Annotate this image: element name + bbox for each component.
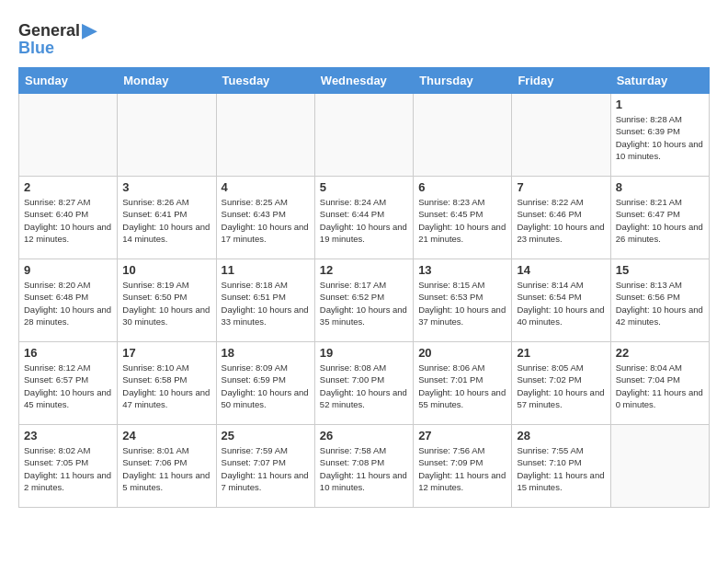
day-info: Sunrise: 8:23 AM Sunset: 6:45 PM Dayligh…: [418, 196, 506, 245]
calendar-table: SundayMondayTuesdayWednesdayThursdayFrid…: [18, 67, 710, 508]
logo-bird-icon: ▶︎: [82, 18, 97, 42]
logo: General ▶︎ Blue: [18, 18, 97, 58]
calendar-cell: 27Sunrise: 7:56 AM Sunset: 7:09 PM Dayli…: [414, 425, 512, 508]
day-info: Sunrise: 8:28 AM Sunset: 6:39 PM Dayligh…: [616, 113, 704, 162]
calendar-cell: [314, 94, 413, 177]
calendar-cell: 10Sunrise: 8:19 AM Sunset: 6:50 PM Dayli…: [118, 259, 216, 342]
day-info: Sunrise: 8:22 AM Sunset: 6:46 PM Dayligh…: [517, 196, 605, 245]
day-info: Sunrise: 8:09 AM Sunset: 6:59 PM Dayligh…: [222, 362, 310, 410]
day-number: 12: [320, 263, 408, 277]
weekday-header-friday: Friday: [512, 68, 610, 94]
day-info: Sunrise: 8:02 AM Sunset: 7:05 PM Dayligh…: [24, 444, 112, 493]
weekday-header-thursday: Thursday: [414, 68, 512, 94]
day-number: 14: [517, 263, 605, 277]
calendar-cell: 8Sunrise: 8:21 AM Sunset: 6:47 PM Daylig…: [610, 177, 709, 259]
calendar-cell: [19, 94, 118, 177]
day-info: Sunrise: 8:08 AM Sunset: 7:00 PM Dayligh…: [320, 362, 408, 410]
calendar-cell: 2Sunrise: 8:27 AM Sunset: 6:40 PM Daylig…: [19, 177, 118, 259]
calendar-cell: 9Sunrise: 8:20 AM Sunset: 6:48 PM Daylig…: [19, 259, 118, 342]
calendar-cell: 22Sunrise: 8:04 AM Sunset: 7:04 PM Dayli…: [610, 342, 709, 425]
day-info: Sunrise: 8:18 AM Sunset: 6:51 PM Dayligh…: [222, 279, 310, 327]
day-number: 20: [418, 346, 506, 360]
day-info: Sunrise: 8:12 AM Sunset: 6:57 PM Dayligh…: [24, 362, 112, 410]
day-number: 10: [122, 263, 210, 277]
calendar-cell: 5Sunrise: 8:24 AM Sunset: 6:44 PM Daylig…: [314, 177, 413, 259]
day-number: 4: [222, 180, 310, 194]
weekday-header-saturday: Saturday: [610, 68, 709, 94]
calendar-week-4: 16Sunrise: 8:12 AM Sunset: 6:57 PM Dayli…: [19, 342, 710, 425]
day-info: Sunrise: 8:27 AM Sunset: 6:40 PM Dayligh…: [24, 196, 112, 245]
calendar-cell: 23Sunrise: 8:02 AM Sunset: 7:05 PM Dayli…: [19, 425, 118, 508]
calendar-cell: 26Sunrise: 7:58 AM Sunset: 7:08 PM Dayli…: [314, 425, 413, 508]
day-number: 22: [616, 346, 704, 360]
calendar-cell: 20Sunrise: 8:06 AM Sunset: 7:01 PM Dayli…: [414, 342, 512, 425]
day-number: 19: [320, 346, 408, 360]
day-number: 2: [24, 180, 112, 194]
calendar-cell: 11Sunrise: 8:18 AM Sunset: 6:51 PM Dayli…: [216, 259, 314, 342]
day-info: Sunrise: 8:10 AM Sunset: 6:58 PM Dayligh…: [122, 362, 210, 410]
calendar-week-5: 23Sunrise: 8:02 AM Sunset: 7:05 PM Dayli…: [19, 425, 710, 508]
day-info: Sunrise: 8:04 AM Sunset: 7:04 PM Dayligh…: [616, 362, 704, 410]
day-number: 7: [517, 180, 605, 194]
day-info: Sunrise: 8:21 AM Sunset: 6:47 PM Dayligh…: [616, 196, 704, 245]
day-info: Sunrise: 8:01 AM Sunset: 7:06 PM Dayligh…: [122, 444, 210, 493]
calendar-cell: 3Sunrise: 8:26 AM Sunset: 6:41 PM Daylig…: [118, 177, 216, 259]
calendar-cell: 14Sunrise: 8:14 AM Sunset: 6:54 PM Dayli…: [512, 259, 610, 342]
calendar-cell: 21Sunrise: 8:05 AM Sunset: 7:02 PM Dayli…: [512, 342, 610, 425]
day-number: 23: [24, 429, 112, 442]
day-number: 18: [222, 346, 310, 360]
day-number: 9: [24, 263, 112, 277]
weekday-header-sunday: Sunday: [19, 68, 118, 94]
calendar-cell: 28Sunrise: 7:55 AM Sunset: 7:10 PM Dayli…: [512, 425, 610, 508]
day-number: 11: [222, 263, 310, 277]
weekday-header-wednesday: Wednesday: [314, 68, 413, 94]
calendar-cell: [414, 94, 512, 177]
calendar-cell: 25Sunrise: 7:59 AM Sunset: 7:07 PM Dayli…: [216, 425, 314, 508]
day-info: Sunrise: 8:05 AM Sunset: 7:02 PM Dayligh…: [517, 362, 605, 410]
logo-general: General: [18, 21, 80, 40]
calendar-cell: 4Sunrise: 8:25 AM Sunset: 6:43 PM Daylig…: [216, 177, 314, 259]
day-number: 6: [418, 180, 506, 194]
day-number: 1: [616, 98, 704, 111]
calendar-cell: 6Sunrise: 8:23 AM Sunset: 6:45 PM Daylig…: [414, 177, 512, 259]
calendar-week-2: 2Sunrise: 8:27 AM Sunset: 6:40 PM Daylig…: [19, 177, 710, 259]
day-info: Sunrise: 8:06 AM Sunset: 7:01 PM Dayligh…: [418, 362, 506, 410]
day-info: Sunrise: 8:25 AM Sunset: 6:43 PM Dayligh…: [222, 196, 310, 245]
day-number: 5: [320, 180, 408, 194]
calendar-cell: 1Sunrise: 8:28 AM Sunset: 6:39 PM Daylig…: [610, 94, 709, 177]
header: General ▶︎ Blue: [18, 18, 710, 58]
day-info: Sunrise: 8:26 AM Sunset: 6:41 PM Dayligh…: [122, 196, 210, 245]
day-info: Sunrise: 8:20 AM Sunset: 6:48 PM Dayligh…: [24, 279, 112, 327]
calendar-week-3: 9Sunrise: 8:20 AM Sunset: 6:48 PM Daylig…: [19, 259, 710, 342]
day-number: 15: [616, 263, 704, 277]
logo-blue: Blue: [18, 39, 54, 58]
weekday-header-monday: Monday: [118, 68, 216, 94]
day-number: 3: [122, 180, 210, 194]
day-info: Sunrise: 7:56 AM Sunset: 7:09 PM Dayligh…: [418, 444, 506, 493]
calendar-cell: 18Sunrise: 8:09 AM Sunset: 6:59 PM Dayli…: [216, 342, 314, 425]
day-info: Sunrise: 8:14 AM Sunset: 6:54 PM Dayligh…: [517, 279, 605, 327]
calendar-cell: 17Sunrise: 8:10 AM Sunset: 6:58 PM Dayli…: [118, 342, 216, 425]
calendar-cell: 19Sunrise: 8:08 AM Sunset: 7:00 PM Dayli…: [314, 342, 413, 425]
calendar-cell: 16Sunrise: 8:12 AM Sunset: 6:57 PM Dayli…: [19, 342, 118, 425]
day-number: 17: [122, 346, 210, 360]
weekday-header-tuesday: Tuesday: [216, 68, 314, 94]
day-number: 16: [24, 346, 112, 360]
day-number: 27: [418, 429, 506, 442]
calendar-cell: 7Sunrise: 8:22 AM Sunset: 6:46 PM Daylig…: [512, 177, 610, 259]
weekday-header-row: SundayMondayTuesdayWednesdayThursdayFrid…: [19, 68, 710, 94]
day-number: 21: [517, 346, 605, 360]
day-number: 25: [222, 429, 310, 442]
calendar-cell: [118, 94, 216, 177]
day-info: Sunrise: 8:17 AM Sunset: 6:52 PM Dayligh…: [320, 279, 408, 327]
calendar-cell: [216, 94, 314, 177]
day-number: 24: [122, 429, 210, 442]
day-info: Sunrise: 8:13 AM Sunset: 6:56 PM Dayligh…: [616, 279, 704, 327]
calendar-cell: [610, 425, 709, 508]
calendar-week-1: 1Sunrise: 8:28 AM Sunset: 6:39 PM Daylig…: [19, 94, 710, 177]
day-info: Sunrise: 8:24 AM Sunset: 6:44 PM Dayligh…: [320, 196, 408, 245]
calendar-cell: 24Sunrise: 8:01 AM Sunset: 7:06 PM Dayli…: [118, 425, 216, 508]
calendar-cell: 13Sunrise: 8:15 AM Sunset: 6:53 PM Dayli…: [414, 259, 512, 342]
day-info: Sunrise: 8:15 AM Sunset: 6:53 PM Dayligh…: [418, 279, 506, 327]
day-number: 26: [320, 429, 408, 442]
